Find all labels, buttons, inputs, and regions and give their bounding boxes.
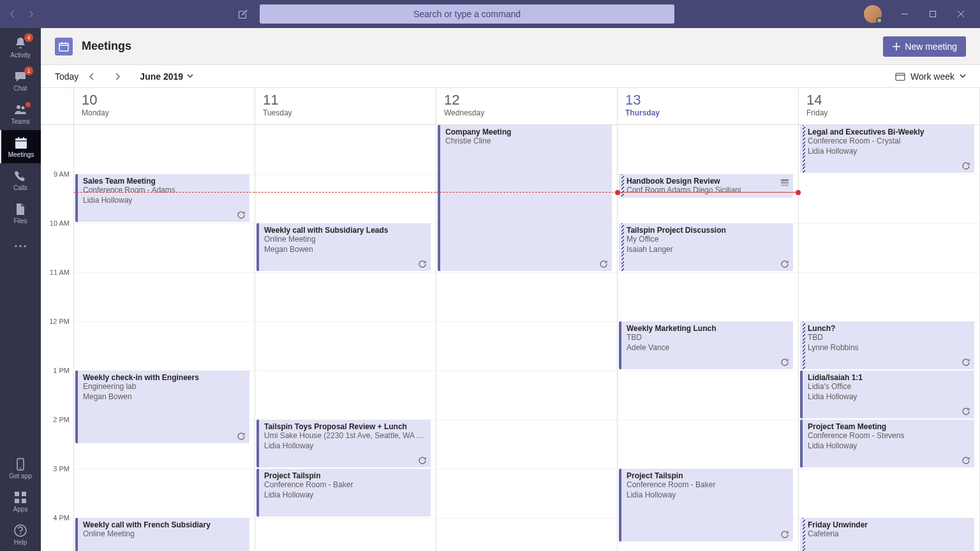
day-column[interactable]: Legal and Executives Bi-WeeklyConference… <box>799 125 980 551</box>
help-icon <box>13 524 27 538</box>
event-location: Online Meeting <box>264 235 426 244</box>
event-organizer: Megan Bowen <box>83 392 244 401</box>
back-button[interactable] <box>5 6 20 22</box>
event-title: Project Tailspin <box>627 471 788 480</box>
user-avatar[interactable] <box>864 5 882 23</box>
rail-meetings[interactable]: Meetings <box>0 130 41 163</box>
svg-rect-12 <box>22 499 26 503</box>
view-switcher[interactable]: Work week <box>895 71 966 82</box>
svg-rect-19 <box>781 184 789 186</box>
today-button[interactable]: Today <box>55 71 78 82</box>
calendar-event[interactable]: Weekly call with Subsidiary LeadsOnline … <box>256 223 431 271</box>
day-column[interactable]: Company MeetingChristie Cline <box>436 125 618 551</box>
search-input[interactable]: Search or type a command <box>260 4 674 24</box>
day-name: Wednesday <box>444 108 609 117</box>
event-location: Conference Room - Adams <box>83 186 244 195</box>
now-indicator <box>436 192 617 193</box>
rail-label: Apps <box>13 506 28 513</box>
rail-teams[interactable]: Teams <box>0 97 41 130</box>
event-location: Engineering lab <box>83 382 244 391</box>
event-organizer: Lynne Robbins <box>808 343 969 352</box>
event-title: Lidia/Isaiah 1:1 <box>808 373 969 382</box>
rail-files[interactable]: Files <box>0 196 41 230</box>
time-label: 11 AM <box>50 268 70 276</box>
calendar-event[interactable]: Company MeetingChristie Cline <box>438 125 612 271</box>
event-organizer: Megan Bowen <box>264 245 426 254</box>
calendar-event[interactable]: Tailspin Toys Proposal Review + LunchUmi… <box>256 420 431 467</box>
calendar-event[interactable]: Sales Team MeetingConference Room - Adam… <box>75 174 249 222</box>
day-number: 14 <box>806 92 972 108</box>
calendar-event[interactable]: Project TailspinConference Room - BakerL… <box>619 469 793 541</box>
calendar-event[interactable]: Weekly check-in with EngineersEngineerin… <box>75 371 249 443</box>
rail-apps[interactable]: Apps <box>0 485 41 518</box>
event-location: Cafeteria <box>808 529 969 538</box>
event-location: TBD <box>627 333 788 342</box>
calendar-event[interactable]: Weekly Marketing LunchTBDAdele Vance <box>619 321 793 369</box>
event-location: My Office <box>627 235 788 244</box>
day-header[interactable]: 11Tuesday <box>255 88 436 125</box>
compose-icon[interactable] <box>235 6 251 22</box>
rail-chat[interactable]: Chat1 <box>0 64 41 97</box>
new-meeting-button[interactable]: New meeting <box>883 36 966 57</box>
calendar-event[interactable]: Project Team MeetingConference Room - St… <box>800 420 974 467</box>
event-title: Tailspin Toys Proposal Review + Lunch <box>264 422 426 431</box>
prev-week-button[interactable] <box>89 73 104 80</box>
forward-button[interactable] <box>23 6 38 22</box>
rail-label: Meetings <box>8 151 34 158</box>
time-label: 2 PM <box>53 416 70 423</box>
calendar-event[interactable]: Lidia/Isaiah 1:1Lidia's OfficeLidia Holl… <box>800 371 974 418</box>
svg-rect-10 <box>22 492 26 496</box>
next-week-button[interactable] <box>114 73 130 80</box>
calendar-event[interactable]: Tailspin Project DiscussionMy OfficeIsai… <box>619 223 793 271</box>
rail-help[interactable]: Help <box>0 518 41 551</box>
rail-more[interactable] <box>0 230 41 263</box>
event-location: Conference Room - Crystal <box>808 136 969 145</box>
event-title: Sales Team Meeting <box>83 177 244 186</box>
recurring-icon <box>961 407 970 416</box>
calendar-event[interactable]: Friday UnwinderCafeteria <box>800 518 974 551</box>
svg-rect-9 <box>15 492 19 496</box>
rail-activity[interactable]: Activity4 <box>0 31 41 64</box>
recurring-icon <box>961 161 970 170</box>
event-organizer: Adele Vance <box>627 343 788 352</box>
rail-badge-dot <box>26 102 31 107</box>
calendar-event[interactable]: Lunch?TBDLynne Robbins <box>800 321 974 369</box>
day-column[interactable]: Weekly call with Subsidiary LeadsOnline … <box>255 125 436 551</box>
calls-icon <box>13 169 27 183</box>
svg-point-14 <box>20 533 21 534</box>
event-organizer: Lidia Holloway <box>264 441 426 450</box>
day-number: 10 <box>82 92 247 108</box>
calendar-event[interactable]: Legal and Executives Bi-WeeklyConference… <box>800 125 974 173</box>
day-column[interactable]: Handbook Design ReviewConf Room Adams Di… <box>618 125 799 551</box>
history-nav <box>5 6 38 22</box>
view-label: Work week <box>910 71 954 82</box>
minimize-button[interactable] <box>891 4 919 24</box>
subheader: Today June 2019 Work week <box>41 65 980 88</box>
day-header[interactable]: 13Thursday <box>618 88 799 125</box>
calendar-event[interactable]: Weekly call with French SubsidiaryOnline… <box>75 518 249 551</box>
recurring-icon <box>780 260 789 268</box>
calendar-event[interactable]: Handbook Design ReviewConf Room Adams Di… <box>619 174 793 198</box>
day-header[interactable]: 12Wednesday <box>436 88 618 125</box>
day-header[interactable]: 14Friday <box>799 88 980 125</box>
rail-getapp[interactable]: Get app <box>0 452 41 485</box>
maximize-button[interactable] <box>919 4 947 24</box>
event-location: Conf Room Adams Diego Siciliani <box>627 186 788 195</box>
month-label[interactable]: June 2019 <box>140 71 193 82</box>
event-title: Company Meeting <box>445 128 607 136</box>
calendar-event[interactable]: Project TailspinConference Room - BakerL… <box>256 469 431 517</box>
svg-point-2 <box>22 106 25 109</box>
time-label: 1 PM <box>53 367 70 374</box>
day-column[interactable]: Sales Team MeetingConference Room - Adam… <box>74 125 255 551</box>
recurring-icon <box>961 456 970 465</box>
time-label: 9 AM <box>54 170 70 178</box>
day-header[interactable]: 10Monday <box>74 88 255 125</box>
event-title: Tailspin Project Discussion <box>627 226 788 235</box>
plus-icon <box>892 42 901 51</box>
close-button[interactable] <box>947 4 975 24</box>
event-location: Conference Room - Stevens <box>808 431 969 440</box>
rail-calls[interactable]: Calls <box>0 163 41 196</box>
chevron-down-icon <box>187 74 193 79</box>
ellipsis-icon <box>13 239 27 253</box>
rail-label: Get app <box>9 473 32 480</box>
